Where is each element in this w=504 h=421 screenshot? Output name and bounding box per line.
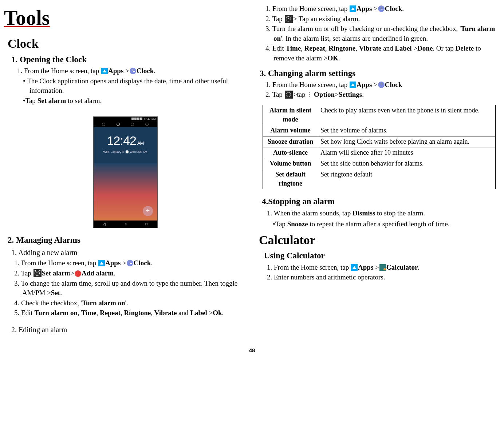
left-column: Tools Clock 1. Opening the Clock 1. From… <box>5 4 245 335</box>
setting-label: Alarm volume <box>263 125 318 136</box>
apps-icon <box>350 5 356 12</box>
edit-alarm-step1: 1. From the Home screen, tap Apps >Clock… <box>265 4 499 14</box>
setting-desc: Check to play alarms even when the phone… <box>318 105 496 125</box>
nav-back-icon: ◁ <box>103 222 106 227</box>
right-column: 1. From the Home screen, tap Apps >Clock… <box>259 4 499 335</box>
nav-recent-icon: □ <box>146 222 148 227</box>
setting-label: Volume button <box>263 158 318 169</box>
phone-time: 12:42AM <box>97 132 154 150</box>
phone-screenshot: 12:42 AM 12:42AM Wed, January 4 🕒 Wed 8:… <box>5 117 245 228</box>
phone-navbar: ◁ ○ □ <box>94 221 157 228</box>
clock-icon <box>127 260 133 266</box>
open-clock-bullet1: • The Clock application opens and displa… <box>23 76 245 96</box>
clock-heading: Clock <box>8 35 245 52</box>
edit-alarm-step2: 2. Tap > Tap an existing alarm. <box>265 14 499 24</box>
calculator-icon <box>379 264 386 271</box>
clock-icon <box>378 5 385 12</box>
open-clock-step1: 1. From the Home screen, tap Apps >Clock… <box>17 66 245 76</box>
table-row: Alarm in silent modeCheck to play alarms… <box>263 105 496 125</box>
add-alarm-step1: 1. From the Home screen, tap Apps >Clock… <box>14 258 245 268</box>
calc-step1: 1. From the Home screen, tap Apps >Calcu… <box>267 263 499 273</box>
add-alarm-step5: 5. Edit Turn alarm on, Time, Repeat, Rin… <box>14 308 245 318</box>
add-alarm-step4: 4. Check the checkbox, 'Turn alarm on'. <box>14 298 245 308</box>
phone-frame: 12:42 AM 12:42AM Wed, January 4 🕒 Wed 8:… <box>94 117 157 228</box>
table-row: Alarm volumeSet the volume of alarms. <box>263 125 496 136</box>
table-row: Volume buttonSet the side button behavio… <box>263 158 496 169</box>
open-clock-bullet2: •Tap Set alarm to set alarm. <box>23 96 245 106</box>
add-icon <box>75 270 81 277</box>
option-dots-icon <box>307 92 312 98</box>
phone-tabs <box>94 122 157 127</box>
managing-alarms-heading: 2. Managing Alarms <box>8 234 245 246</box>
settings-table: Alarm in silent modeCheck to play alarms… <box>263 105 496 190</box>
changing-settings-heading: 3. Changing alarm settings <box>260 68 499 79</box>
add-alarm-step2: 2. Tap Set alarm>Add alarm. <box>14 269 245 278</box>
setting-label: Set default ringtone <box>263 169 318 189</box>
setting-desc: Alarm will silence after 10 minutes <box>318 147 496 158</box>
setting-desc: Set ringtone default <box>318 169 496 189</box>
add-alarm-step3: 3. To change the alarm time, scroll up a… <box>14 279 245 298</box>
clock-icon <box>378 82 385 88</box>
setting-desc: Set the side button behavior for alarms. <box>318 158 496 169</box>
setting-desc: Set how long Clock waits before playing … <box>318 136 496 147</box>
apps-icon <box>101 68 108 74</box>
page-title: Tools <box>4 4 245 32</box>
table-row: Set default ringtoneSet ringtone default <box>263 169 496 189</box>
nav-home-icon: ○ <box>125 222 127 227</box>
change-settings-step1: 1. From the Home screen, tap Apps >Clock <box>265 80 499 90</box>
editing-alarm-subheading: 2. Editing an alarm <box>11 325 245 335</box>
alarm-icon <box>285 91 293 99</box>
stopping-alarm-heading: 4.Stopping an alarm <box>262 196 499 207</box>
phone-statusbar: 12:42 AM <box>94 117 157 122</box>
page-number: 48 <box>5 346 499 354</box>
setting-label: Auto-silence <box>263 147 318 158</box>
opening-clock-heading: 1. Opening the Clock <box>11 54 245 65</box>
edit-alarm-step4: 4. Edit Time, Repeat, Ringtone, Vibrate … <box>265 44 499 63</box>
apps-icon <box>350 82 356 88</box>
stop-alarm-bullet: •Tap Snooze to repeat the alarm after a … <box>273 219 499 229</box>
setting-label: Snooze duration <box>263 136 318 147</box>
using-calculator-subheading: Using Calculator <box>264 250 499 262</box>
calculator-heading: Calculator <box>259 231 499 249</box>
calc-step2: 2. Enter numbers and arithmetic operator… <box>267 273 499 282</box>
phone-clock-main: 12:42AM Wed, January 4 🕒 Wed 8:30 AM <box>94 127 157 163</box>
phone-dateline: Wed, January 4 🕒 Wed 8:30 AM <box>97 150 154 154</box>
clock-icon <box>130 68 136 74</box>
edit-alarm-step3: 3. Turn the alarm on or off by checking … <box>265 24 499 43</box>
setting-desc: Set the volume of alarms. <box>318 125 496 136</box>
alarm-icon <box>34 269 42 277</box>
apps-icon <box>98 260 105 266</box>
phone-fab-plus-icon: + <box>143 206 153 216</box>
apps-icon <box>351 264 358 271</box>
phone-body: + <box>94 163 157 221</box>
table-row: Auto-silenceAlarm will silence after 10 … <box>263 147 496 158</box>
alarm-icon <box>285 15 293 23</box>
change-settings-step2: 2. Tap >tap Option>Settings. <box>265 90 499 100</box>
adding-alarm-subheading: 1. Adding a new alarm <box>11 247 245 258</box>
setting-label: Alarm in silent mode <box>263 105 318 125</box>
stop-alarm-step1: 1. When the alarm sounds, tap Dismiss to… <box>267 208 499 218</box>
table-row: Snooze durationSet how long Clock waits … <box>263 136 496 147</box>
